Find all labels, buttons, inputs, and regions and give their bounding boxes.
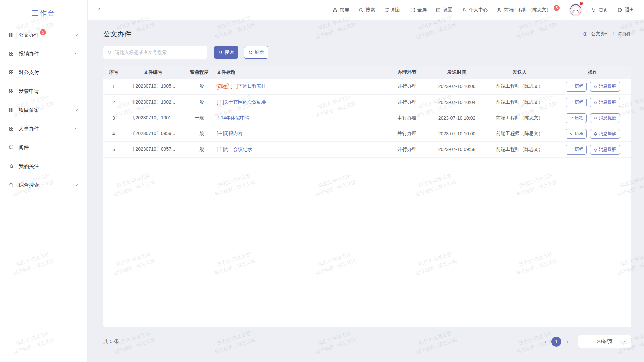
sidebar-item-4[interactable]: 发票申请 xyxy=(0,82,87,101)
new-badge: NEW! xyxy=(216,83,229,90)
sliders-icon xyxy=(569,84,573,89)
refresh-icon xyxy=(248,50,253,55)
notify-button[interactable]: 消息提醒 xyxy=(590,129,620,139)
refresh-button[interactable]: 刷新 xyxy=(384,7,401,13)
prev-page-button[interactable] xyxy=(543,339,548,344)
table-row: 4 〔20230710〕0959... 一般 [主]周报内容 并行办理 2023… xyxy=(103,126,631,142)
sidebar-item-7[interactable]: 阅件 xyxy=(0,138,87,157)
lock-button[interactable]: 锁屏 xyxy=(332,7,349,13)
history-button[interactable]: 历程 xyxy=(566,82,587,92)
history-button-label: 历程 xyxy=(575,131,583,137)
fullscreen-button[interactable]: 全屏 xyxy=(410,7,427,13)
page-size-value: 20条/页 xyxy=(597,339,612,345)
sidebar-item-5[interactable]: 项目备案 xyxy=(0,101,87,119)
sliders-icon xyxy=(569,100,573,105)
col-actions: 操作 xyxy=(554,69,631,75)
doc-title-link[interactable]: [主]下周日程安排 xyxy=(231,83,266,89)
topbar-action-label: 搜索 xyxy=(366,7,375,13)
bell-icon xyxy=(593,100,598,105)
history-button[interactable]: 历程 xyxy=(566,145,587,155)
notify-button[interactable]: 消息提醒 xyxy=(590,82,620,92)
topbar-action-label: 个人中心 xyxy=(469,7,488,13)
logout-label: 退出 xyxy=(625,7,634,13)
chevron-down-icon xyxy=(74,127,78,131)
breadcrumb-item-2: 待办件 xyxy=(617,31,631,37)
current-page-button[interactable]: 1 xyxy=(551,337,561,347)
row-index: 5 xyxy=(103,147,124,152)
chevron-down-icon xyxy=(74,52,78,56)
bell-icon xyxy=(593,132,598,136)
logout-icon xyxy=(617,7,623,13)
topbar-right: 锁屏 搜索 刷新 全屏 设置 个人中心 前端工程师（陈思文） 5 xyxy=(332,3,634,17)
refresh-button[interactable]: 刷新 xyxy=(244,46,268,59)
sender: 前端工程师（陈思文） xyxy=(485,131,554,137)
history-button[interactable]: 历程 xyxy=(566,98,587,107)
urgency: 一般 xyxy=(182,146,217,153)
doc-title-link[interactable]: [主]周一会议记录 xyxy=(217,146,252,153)
chevron-down-icon xyxy=(74,108,78,112)
doc-number: 〔20230710〕1005... xyxy=(124,83,182,89)
grid-icon xyxy=(9,88,14,94)
doc-tag: [主] xyxy=(217,146,224,152)
doc-tag: [主] xyxy=(217,131,224,136)
user-icon xyxy=(462,7,467,13)
sent-time: 2023-07-10 10:06 xyxy=(429,84,485,89)
topbar-action-label: 全屏 xyxy=(417,7,427,13)
settings-button[interactable]: 设置 xyxy=(436,7,452,13)
sidebar-item-label: 项目备案 xyxy=(19,107,39,113)
user-button[interactable]: 个人中心 xyxy=(462,7,488,13)
current-user-button[interactable]: 前端工程师（陈思文） 5 xyxy=(497,7,560,13)
doc-title-link[interactable]: [主]关于官网的会议纪要 xyxy=(217,99,266,105)
chevron-down-icon xyxy=(623,340,627,344)
bell-icon xyxy=(593,84,598,89)
process-step: 并行办理 xyxy=(385,146,429,153)
sidebar-item-2[interactable]: 报销办件 xyxy=(0,44,87,63)
doc-number: 〔20230710〕0959... xyxy=(124,131,182,137)
col-title: 文件标题 xyxy=(217,69,385,75)
table-row: 2 〔20230710〕1002... 一般 [主]关于官网的会议纪要 并行办理… xyxy=(103,95,631,110)
table-row: 1 〔20230710〕1005... 一般 NEW! [主]下周日程安排 并行… xyxy=(103,79,631,95)
sender: 前端工程师（陈思文） xyxy=(485,99,554,105)
notify-button[interactable]: 消息提醒 xyxy=(590,113,620,123)
search-icon xyxy=(358,7,364,13)
sidebar-item-8[interactable]: 我的关注 xyxy=(0,157,87,176)
doc-title: 7-14年休假申请 xyxy=(217,115,250,120)
history-button[interactable]: 历程 xyxy=(566,113,587,123)
history-button-label: 历程 xyxy=(575,99,583,105)
doc-number: 〔20230710〕0957... xyxy=(124,146,182,153)
table-body: 1 〔20230710〕1005... 一般 NEW! [主]下周日程安排 并行… xyxy=(103,79,631,158)
sidebar-item-1[interactable]: 公文办件 5 xyxy=(0,25,87,44)
search-input[interactable] xyxy=(115,50,203,55)
search-button[interactable]: 搜索 xyxy=(358,7,375,13)
menu-fold-icon[interactable] xyxy=(97,7,103,13)
avatar[interactable]: ♥ xyxy=(569,3,582,17)
process-step: 并行办理 xyxy=(385,83,429,89)
doc-title-link[interactable]: [主]周报内容 xyxy=(217,131,243,137)
search-button[interactable]: 搜索 xyxy=(214,46,238,59)
sidebar-item-label: 人事办件 xyxy=(19,126,39,132)
comment-icon xyxy=(9,145,14,150)
sidebar-item-6[interactable]: 人事办件 xyxy=(0,119,87,138)
search-icon xyxy=(9,182,14,188)
refresh-icon xyxy=(384,7,389,13)
breadcrumb-item-1[interactable]: 公文办件 xyxy=(591,31,610,37)
logout-button[interactable]: 退出 xyxy=(617,7,634,13)
sidebar-item-9[interactable]: 综合搜索 xyxy=(0,176,87,194)
user-switch-icon xyxy=(497,7,502,13)
doc-title-link[interactable]: 7-14年休假申请 xyxy=(217,115,250,121)
lock-icon xyxy=(332,7,338,13)
history-button[interactable]: 历程 xyxy=(566,129,587,139)
page-size-select[interactable]: 20条/页 xyxy=(578,335,631,348)
back-home-icon xyxy=(591,7,597,13)
notify-button[interactable]: 消息提醒 xyxy=(590,98,620,107)
star-icon xyxy=(9,164,14,169)
settings-icon xyxy=(436,7,441,13)
user-message-badge: 5 xyxy=(554,5,560,11)
sender: 前端工程师（陈思文） xyxy=(485,115,554,121)
next-page-button[interactable] xyxy=(565,339,570,344)
sidebar-item-3[interactable]: 对公支付 xyxy=(0,63,87,82)
notify-button[interactable]: 消息提醒 xyxy=(590,145,620,155)
col-step: 办理环节 xyxy=(385,69,429,75)
row-index: 3 xyxy=(103,115,124,121)
home-button[interactable]: 首页 xyxy=(591,7,608,13)
